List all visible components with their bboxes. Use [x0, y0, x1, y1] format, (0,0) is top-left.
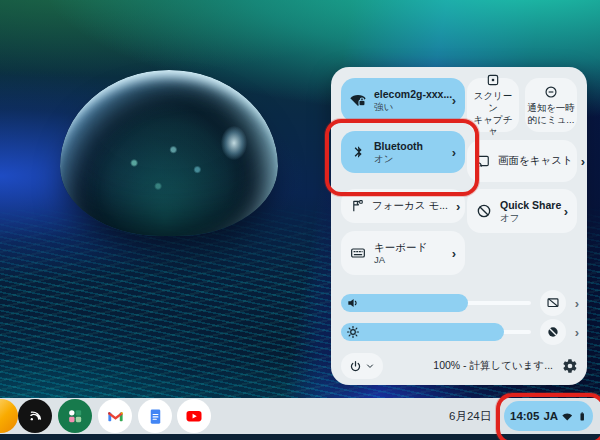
chromeos-screen: elecom2g-xxx... 強い › Bluetooth オン › フォーカ… — [0, 0, 600, 440]
network-strength: 強い — [374, 101, 444, 112]
cast-icon — [476, 154, 490, 168]
bluetooth-tile[interactable]: Bluetooth オン › — [341, 131, 465, 173]
app-icon-youtube[interactable] — [177, 399, 211, 433]
screen-bottom-strip — [0, 434, 600, 440]
chevron-right-icon: › — [452, 94, 456, 107]
app-icon-gmail[interactable] — [98, 399, 132, 433]
quick-share-title: Quick Share — [500, 199, 556, 211]
date-button[interactable]: 6月24日 — [443, 398, 497, 434]
brightness-icon — [346, 325, 360, 339]
volume-slider[interactable] — [341, 294, 531, 312]
quick-settings-panel: elecom2g-xxx... 強い › Bluetooth オン › フォーカ… — [331, 67, 587, 385]
quick-share-state: オフ — [500, 212, 556, 223]
keyboard-icon — [350, 245, 366, 261]
focus-mode-label: フォーカス モ... — [372, 199, 448, 213]
chevron-right-icon: › — [452, 247, 456, 260]
cast-screen-label: 画面をキャスト — [498, 154, 573, 168]
screen-capture-tile[interactable]: スクリーン キャプチャ — [467, 78, 519, 132]
keyboard-tile[interactable]: キーボード JA › — [341, 231, 465, 275]
screen-capture-label-line2: キャプチャ — [474, 114, 513, 137]
screencast-circle — [18, 399, 52, 433]
brightness-row: › — [341, 323, 579, 341]
bluetooth-state: オン — [374, 153, 423, 164]
partial-app-circle — [0, 399, 18, 433]
chevron-right-icon: › — [452, 146, 456, 159]
wifi-lock-icon — [350, 92, 366, 108]
mute-notifications-label-line2: 的にミュ... — [528, 114, 575, 125]
mute-notifications-label-line1: 通知を一時 — [527, 102, 575, 113]
audio-output-mute-button[interactable] — [540, 290, 566, 316]
chevron-right-icon: › — [456, 200, 460, 213]
bluetooth-icon — [350, 144, 366, 160]
gear-icon — [562, 358, 578, 374]
battery-status-text: 100% - 計算しています... — [433, 359, 553, 373]
screen-capture-label-line1: スクリーン — [474, 90, 513, 113]
focus-mode-tile[interactable]: フォーカス モ... › — [341, 189, 465, 223]
app-icon-screencast[interactable] — [18, 399, 52, 433]
gmail-circle — [98, 399, 132, 433]
network-tile[interactable]: elecom2g-xxx... 強い › — [341, 78, 465, 122]
keyboard-layout: JA — [374, 254, 427, 265]
brightness-slider[interactable] — [341, 323, 531, 341]
display-settings-chevron[interactable]: › — [575, 326, 579, 339]
monitor-off-icon — [546, 296, 560, 310]
chevron-right-icon: › — [581, 155, 585, 168]
app-icon-docs[interactable] — [138, 399, 172, 433]
panel-footer: 100% - 計算しています... — [341, 352, 578, 380]
screenshot-icon — [486, 73, 500, 87]
power-button[interactable] — [341, 353, 383, 379]
clock-label: 14:05 — [510, 410, 539, 422]
shelf: 6月24日 14:05 JA — [0, 398, 600, 434]
quick-share-tile[interactable]: Quick Share オフ › — [467, 189, 577, 233]
volume-row: › — [341, 294, 579, 312]
power-icon — [349, 360, 362, 373]
app-icon-green-shapes[interactable] — [58, 399, 92, 433]
settings-button[interactable] — [562, 358, 578, 374]
battery-status-icon — [577, 410, 587, 423]
audio-settings-chevron[interactable]: › — [575, 297, 579, 310]
quick-share-off-icon — [476, 203, 492, 219]
chevron-down-icon — [365, 361, 375, 371]
volume-icon — [346, 296, 360, 310]
gmail-icon — [106, 407, 125, 426]
youtube-icon — [184, 406, 204, 426]
network-name: elecom2g-xxx... — [374, 88, 444, 100]
screencast-spiral-icon — [25, 406, 45, 426]
status-tray[interactable]: 14:05 JA — [504, 401, 593, 431]
docs-icon — [146, 407, 165, 426]
focus-flag-icon — [350, 199, 364, 213]
ime-label: JA — [543, 410, 558, 422]
keyboard-title: キーボード — [374, 241, 427, 253]
shapes-grid-icon — [65, 406, 85, 426]
cast-screen-tile[interactable]: 画面をキャスト › — [467, 140, 577, 182]
bluetooth-title: Bluetooth — [374, 140, 423, 152]
night-light-off-icon — [546, 325, 560, 339]
do-not-disturb-icon — [544, 85, 558, 99]
wifi-status-icon — [562, 410, 572, 423]
green-app-circle — [58, 399, 92, 433]
chevron-right-icon: › — [564, 205, 568, 218]
volume-fill — [341, 294, 468, 312]
docs-circle — [138, 399, 172, 433]
youtube-circle — [177, 399, 211, 433]
mute-notifications-tile[interactable]: 通知を一時 的にミュ... — [525, 78, 577, 132]
app-icon-partial[interactable] — [0, 399, 18, 433]
night-light-button[interactable] — [540, 319, 566, 345]
brightness-fill — [341, 323, 504, 341]
date-label: 6月24日 — [449, 409, 491, 424]
water-droplet — [60, 70, 278, 236]
